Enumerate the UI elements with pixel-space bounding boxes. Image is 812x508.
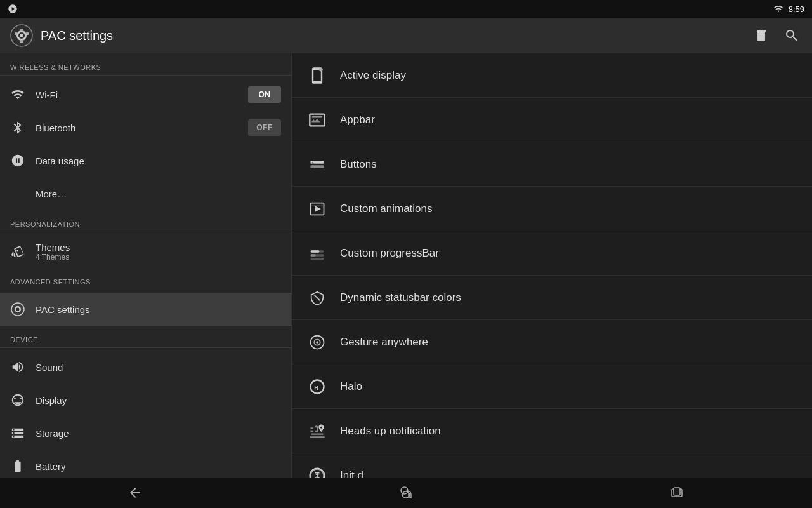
init-d-icon (307, 465, 327, 478)
app-bar: PAC settings (0, 18, 812, 53)
status-bar: 8:59 (0, 0, 812, 18)
dynamic-statusbar-label: Dynamic statusbar colors (340, 291, 461, 304)
themes-label: Themes (36, 242, 281, 253)
bluetooth-toggle[interactable]: OFF (248, 119, 281, 136)
right-item-buttons[interactable]: Fn Buttons (292, 142, 812, 187)
svg-point-19 (316, 341, 318, 344)
right-item-halo[interactable]: H Halo (292, 364, 812, 409)
data-usage-label: Data usage (36, 156, 281, 166)
gesture-anywhere-label: Gesture anywhere (340, 336, 428, 349)
right-panel: Active display Appbar Fn Bu (292, 53, 812, 478)
pac-settings-sidebar-icon (10, 302, 25, 317)
sidebar-item-storage[interactable]: Storage (0, 417, 291, 450)
status-bar-right: 8:59 (773, 4, 804, 14)
home-button[interactable] (381, 478, 431, 508)
active-display-icon (307, 65, 327, 86)
more-icon (10, 186, 25, 201)
pac-settings-icon (10, 24, 33, 47)
sidebar-item-more[interactable]: More… (0, 177, 291, 210)
custom-progressbar-icon (307, 243, 327, 264)
pac-settings-label: PAC settings (36, 304, 281, 315)
svg-point-4 (319, 67, 323, 71)
svg-rect-14 (311, 254, 316, 257)
notification-icon (8, 4, 18, 14)
sidebar-item-data-usage[interactable]: Data usage (0, 144, 291, 177)
main-content: WIRELESS & NETWORKS Wi-Fi ON Bluetooth O… (0, 53, 812, 478)
right-item-dynamic-statusbar[interactable]: Dynamic statusbar colors (292, 276, 812, 320)
divider-wireless (0, 75, 291, 76)
search-button[interactable] (782, 25, 802, 46)
themes-sublabel: 4 Themes (36, 253, 281, 262)
storage-icon (10, 425, 25, 441)
app-bar-actions (751, 25, 802, 46)
sidebar-item-themes[interactable]: Themes 4 Themes (0, 235, 291, 268)
svg-marker-9 (315, 206, 321, 211)
wifi-icon (10, 87, 25, 102)
init-d-label: Init.d (340, 469, 363, 478)
bluetooth-label: Bluetooth (36, 123, 238, 133)
wifi-toggle[interactable]: ON (248, 86, 281, 103)
sound-label: Sound (36, 362, 281, 373)
svg-text:Fn: Fn (312, 161, 315, 164)
heads-up-notification-label: Heads up notification (340, 425, 441, 438)
svg-rect-15 (311, 258, 324, 260)
sidebar-item-display[interactable]: Display (0, 384, 291, 417)
active-display-label: Active display (340, 69, 406, 82)
right-item-active-display[interactable]: Active display (292, 53, 812, 98)
app-bar-title: PAC settings (41, 29, 743, 43)
gesture-anywhere-icon (307, 332, 327, 352)
heads-up-notification-icon (307, 421, 327, 441)
storage-label: Storage (36, 428, 281, 439)
svg-rect-25 (674, 488, 680, 495)
battery-label: Battery (36, 461, 281, 472)
sidebar: WIRELESS & NETWORKS Wi-Fi ON Bluetooth O… (0, 53, 292, 478)
divider-advanced (0, 290, 291, 290)
right-item-heads-up-notification[interactable]: Heads up notification (292, 409, 812, 453)
section-advanced-settings: ADVANCED SETTINGS (0, 268, 291, 290)
svg-line-16 (314, 295, 320, 300)
sidebar-item-sound[interactable]: Sound (0, 351, 291, 384)
battery-sidebar-icon (10, 458, 25, 474)
status-bar-left (8, 4, 18, 14)
sound-icon (10, 359, 25, 375)
custom-progressbar-label: Custom progressBar (340, 247, 439, 260)
delete-icon (754, 28, 769, 43)
svg-rect-12 (311, 250, 320, 253)
custom-animations-icon (307, 199, 327, 219)
right-item-custom-animations[interactable]: Custom animations (292, 187, 812, 231)
back-button[interactable] (110, 478, 160, 508)
sidebar-item-wifi[interactable]: Wi-Fi ON (0, 78, 291, 111)
time-display: 8:59 (789, 4, 804, 14)
right-item-init-d[interactable]: Init.d (292, 453, 812, 478)
right-item-appbar[interactable]: Appbar (292, 98, 812, 142)
buttons-label: Buttons (340, 158, 377, 171)
svg-rect-6 (311, 165, 324, 168)
section-personalization: PERSONALIZATION (0, 210, 291, 232)
section-device: DEVICE (0, 326, 291, 347)
divider-device (0, 347, 291, 348)
bluetooth-icon (10, 120, 25, 135)
bottom-nav (0, 478, 812, 508)
appbar-icon (307, 110, 327, 130)
recents-button[interactable] (652, 478, 702, 508)
right-item-custom-progressbar[interactable]: Custom progressBar (292, 231, 812, 276)
appbar-label: Appbar (340, 114, 375, 126)
data-usage-icon (10, 153, 25, 168)
home-icon (398, 485, 414, 500)
sidebar-item-pac-settings[interactable]: PAC settings (0, 293, 291, 326)
svg-text:H: H (314, 384, 318, 391)
halo-icon: H (307, 377, 327, 397)
recents-icon (669, 485, 684, 500)
dynamic-statusbar-icon (307, 288, 327, 308)
display-icon (10, 392, 25, 408)
sidebar-item-battery[interactable]: Battery (0, 450, 291, 478)
halo-label: Halo (340, 380, 362, 393)
more-label: More… (36, 189, 281, 199)
divider-personalization (0, 232, 291, 232)
delete-button[interactable] (751, 25, 771, 46)
display-label: Display (36, 395, 281, 406)
buttons-icon: Fn (307, 154, 327, 175)
right-item-gesture-anywhere[interactable]: Gesture anywhere (292, 320, 812, 364)
back-icon (128, 485, 143, 500)
sidebar-item-bluetooth[interactable]: Bluetooth OFF (0, 111, 291, 144)
